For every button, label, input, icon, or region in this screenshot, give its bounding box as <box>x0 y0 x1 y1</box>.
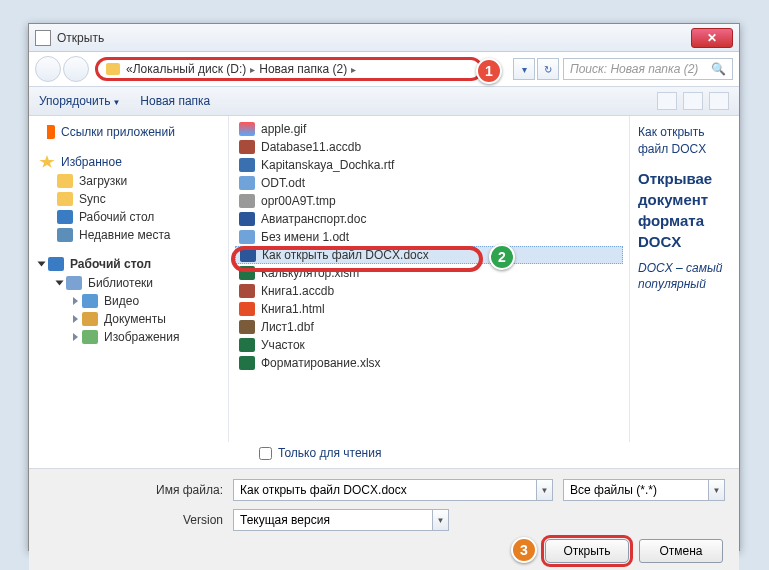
sidebar-desktop-root[interactable]: Рабочий стол <box>39 254 228 274</box>
search-placeholder: Поиск: Новая папка (2) <box>570 62 698 76</box>
folder-icon <box>57 174 73 188</box>
tree-expand-icon[interactable] <box>38 262 46 267</box>
breadcrumb-seg-0[interactable]: Локальный диск (D:) <box>133 62 247 76</box>
sidebar-item-images[interactable]: Изображения <box>39 328 228 346</box>
file-row[interactable]: Лист1.dbf <box>235 318 623 336</box>
sidebar-libraries[interactable]: Библиотеки <box>39 274 228 292</box>
odt-icon <box>239 176 255 190</box>
file-name: opr00A9T.tmp <box>261 194 336 208</box>
filename-dropdown[interactable]: ▼ <box>537 479 553 501</box>
dropdown-icon[interactable]: ▾ <box>513 58 535 80</box>
tree-expand-icon[interactable] <box>73 333 78 341</box>
readonly-label: Только для чтения <box>278 446 381 460</box>
recent-icon <box>57 228 73 242</box>
open-file-dialog: Открыть ✕ « Локальный диск (D:) ▸ Новая … <box>28 23 740 551</box>
chevron-down-icon: ▼ <box>112 98 120 107</box>
preview-heading: Открывае документ формата DOCX <box>638 168 731 252</box>
file-row[interactable]: Калькулятор.xlsm <box>235 264 623 282</box>
preview-body: DOCX – самый популярный <box>638 260 731 294</box>
cancel-button[interactable]: Отмена <box>639 539 723 563</box>
accdb-icon <box>239 140 255 154</box>
view-button[interactable] <box>657 92 677 110</box>
readonly-row: Только для чтения <box>29 442 739 468</box>
sidebar-favorites[interactable]: Избранное <box>39 152 228 172</box>
chevron-right-icon: ▸ <box>351 64 356 75</box>
sidebar-item-recent[interactable]: Недавние места <box>39 226 228 244</box>
preview-toggle-button[interactable] <box>683 92 703 110</box>
tmp-icon <box>239 194 255 208</box>
search-icon: 🔍 <box>711 62 726 76</box>
help-button[interactable] <box>709 92 729 110</box>
dbf-icon <box>239 320 255 334</box>
xlsx-icon <box>239 356 255 370</box>
rtf-icon <box>239 158 255 172</box>
window-title: Открыть <box>57 31 691 45</box>
file-row[interactable]: Kapitanskaya_Dochka.rtf <box>235 156 623 174</box>
star-icon <box>39 155 55 169</box>
sidebar-item-video[interactable]: Видео <box>39 292 228 310</box>
file-row[interactable]: Авиатранспорт.doc <box>235 210 623 228</box>
file-name: Калькулятор.xlsm <box>261 266 359 280</box>
xlsx-icon <box>239 338 255 352</box>
vlc-icon <box>39 125 55 139</box>
tree-expand-icon[interactable] <box>73 315 78 323</box>
tree-expand-icon[interactable] <box>73 297 78 305</box>
new-folder-button[interactable]: Новая папка <box>140 94 210 108</box>
sidebar-item-sync[interactable]: Sync <box>39 190 228 208</box>
search-input[interactable]: Поиск: Новая папка (2) 🔍 <box>563 58 733 80</box>
sidebar-item-desktop[interactable]: Рабочий стол <box>39 208 228 226</box>
file-row[interactable]: ODT.odt <box>235 174 623 192</box>
filetype-dropdown[interactable]: ▼ <box>709 479 725 501</box>
file-name: Лист1.dbf <box>261 320 314 334</box>
file-name: apple.gif <box>261 122 306 136</box>
version-select[interactable]: Текущая версия <box>233 509 433 531</box>
file-row[interactable]: Книга1.html <box>235 300 623 318</box>
open-button[interactable]: Открыть <box>545 539 629 563</box>
file-row[interactable]: opr00A9T.tmp <box>235 192 623 210</box>
file-row[interactable]: Форматирование.xlsx <box>235 354 623 372</box>
callout-3: 3 <box>511 537 537 563</box>
breadcrumb-seg-1[interactable]: Новая папка (2) <box>259 62 347 76</box>
html-icon <box>239 302 255 316</box>
libraries-icon <box>66 276 82 290</box>
tree-expand-icon[interactable] <box>56 281 64 286</box>
documents-icon <box>82 312 98 326</box>
file-name: Без имени 1.odt <box>261 230 349 244</box>
sidebar-item-downloads[interactable]: Загрузки <box>39 172 228 190</box>
file-row[interactable]: Как открыть файл DOCX.docx <box>235 246 623 264</box>
file-row[interactable]: apple.gif <box>235 120 623 138</box>
breadcrumb[interactable]: « Локальный диск (D:) ▸ Новая папка (2) … <box>95 57 483 81</box>
toolbar: Упорядочить▼ Новая папка <box>29 86 739 116</box>
filename-label: Имя файла: <box>43 483 233 497</box>
sidebar-item-documents[interactable]: Документы <box>39 310 228 328</box>
filename-input[interactable]: Как открыть файл DOCX.docx <box>233 479 537 501</box>
readonly-checkbox[interactable] <box>259 447 272 460</box>
odt-icon <box>239 230 255 244</box>
refresh-icon[interactable]: ↻ <box>537 58 559 80</box>
callout-1: 1 <box>476 58 502 84</box>
folder-icon <box>106 63 120 75</box>
sidebar-app-links[interactable]: Ссылки приложений <box>39 122 228 142</box>
organize-button[interactable]: Упорядочить▼ <box>39 94 120 108</box>
file-name: Книга1.accdb <box>261 284 334 298</box>
version-dropdown[interactable]: ▼ <box>433 509 449 531</box>
close-button[interactable]: ✕ <box>691 28 733 48</box>
titlebar: Открыть ✕ <box>29 24 739 52</box>
file-name: Книга1.html <box>261 302 325 316</box>
accdb-icon <box>239 284 255 298</box>
file-row[interactable]: Database11.accdb <box>235 138 623 156</box>
file-list[interactable]: 2 apple.gifDatabase11.accdbKapitanskaya_… <box>229 116 629 442</box>
file-row[interactable]: Без имени 1.odt <box>235 228 623 246</box>
main-area: Ссылки приложений Избранное Загрузки Syn… <box>29 116 739 442</box>
sidebar: Ссылки приложений Избранное Загрузки Syn… <box>29 116 229 442</box>
file-row[interactable]: Книга1.accdb <box>235 282 623 300</box>
file-row[interactable]: Участок <box>235 336 623 354</box>
bottom-panel: Имя файла: Как открыть файл DOCX.docx ▼ … <box>29 468 739 570</box>
preview-title: Как открыть файл DOCX <box>638 124 731 158</box>
video-icon <box>82 294 98 308</box>
file-name: Форматирование.xlsx <box>261 356 381 370</box>
filetype-filter[interactable]: Все файлы (*.*) <box>563 479 709 501</box>
forward-button[interactable] <box>63 56 89 82</box>
document-icon <box>35 30 51 46</box>
back-button[interactable] <box>35 56 61 82</box>
